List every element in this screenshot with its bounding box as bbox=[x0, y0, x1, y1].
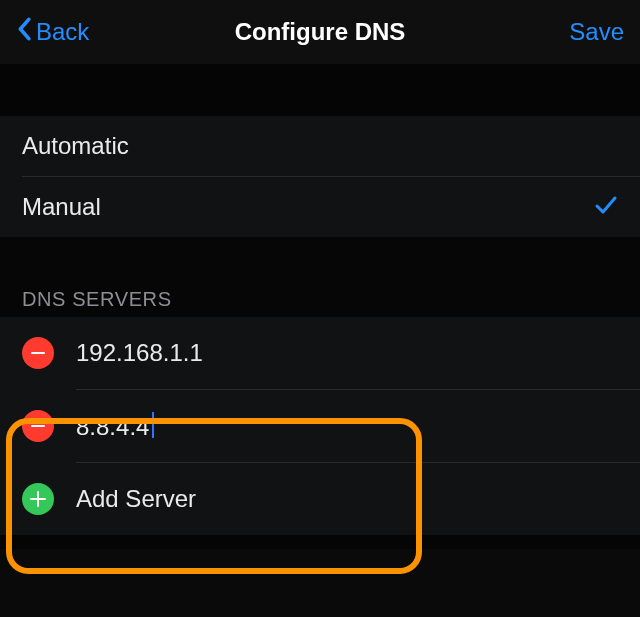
mode-manual-row[interactable]: Manual bbox=[0, 177, 640, 237]
spacer bbox=[0, 535, 640, 549]
dns-servers-header: DNS SERVERS bbox=[0, 277, 640, 317]
text-caret bbox=[152, 412, 154, 438]
mode-automatic-row[interactable]: Automatic bbox=[0, 116, 640, 176]
mode-automatic-label: Automatic bbox=[22, 132, 129, 160]
spacer bbox=[0, 237, 640, 277]
add-server-row[interactable]: Add Server bbox=[0, 463, 640, 535]
server-row[interactable]: 8.8.4.4 bbox=[0, 390, 640, 462]
add-server-button[interactable] bbox=[22, 483, 54, 515]
nav-bar: Back Configure DNS Save bbox=[0, 0, 640, 64]
mode-manual-label: Manual bbox=[22, 193, 101, 221]
remove-server-button[interactable] bbox=[22, 410, 54, 442]
remove-server-button[interactable] bbox=[22, 337, 54, 369]
server-row[interactable]: 192.168.1.1 bbox=[0, 317, 640, 389]
minus-icon bbox=[31, 425, 45, 428]
dns-mode-section: Automatic Manual bbox=[0, 116, 640, 237]
server-value[interactable]: 8.8.4.4 bbox=[76, 412, 618, 441]
page-title: Configure DNS bbox=[235, 18, 406, 45]
spacer bbox=[0, 64, 640, 116]
add-server-label: Add Server bbox=[76, 485, 618, 513]
bottom-area bbox=[0, 549, 640, 617]
check-icon bbox=[594, 192, 618, 223]
back-label: Back bbox=[36, 18, 89, 46]
chevron-left-icon bbox=[16, 17, 32, 47]
save-button[interactable]: Save bbox=[569, 18, 624, 46]
plus-icon bbox=[30, 491, 46, 507]
back-button[interactable]: Back bbox=[16, 17, 136, 47]
server-value-text: 8.8.4.4 bbox=[76, 413, 149, 440]
server-value[interactable]: 192.168.1.1 bbox=[76, 339, 618, 367]
dns-servers-section: 192.168.1.1 8.8.4.4 Add Server bbox=[0, 317, 640, 535]
minus-icon bbox=[31, 352, 45, 355]
